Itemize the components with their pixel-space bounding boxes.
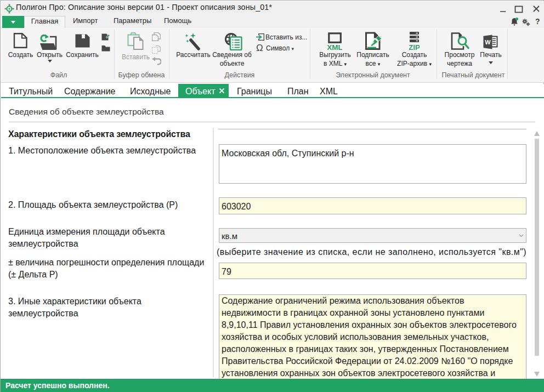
svg-text:W: W [485,39,491,46]
svg-text:ZIP: ZIP [409,43,420,51]
svg-text:XML: XML [327,43,342,51]
